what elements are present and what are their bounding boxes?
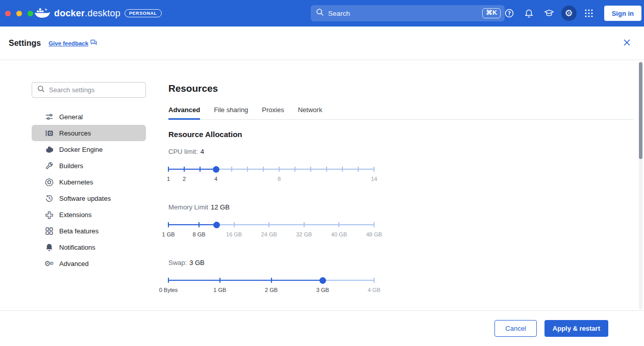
close-window-button[interactable] [5, 11, 11, 16]
give-feedback-link[interactable]: Give feedback [48, 40, 88, 46]
cpu-limit-slider-thumb[interactable] [213, 166, 219, 173]
memory-limit-label: Memory Limit [168, 203, 208, 211]
slider-tick [184, 167, 185, 172]
close-icon [623, 40, 631, 48]
personal-plan-badge: PERSONAL [125, 9, 162, 17]
slider-tick [304, 222, 305, 227]
sidebar-item-extensions[interactable]: Extensions [32, 206, 146, 223]
swap-value: 3 GB [189, 259, 205, 267]
tab-proxies[interactable]: Proxies [262, 106, 284, 119]
slider-tick [219, 278, 220, 283]
resources-icon [44, 128, 54, 138]
slider-tick-label: 40 GB [331, 231, 347, 237]
slider-tick-label: 48 GB [366, 231, 382, 237]
settings-gear-icon[interactable]: ⚙ [561, 6, 577, 21]
cancel-button[interactable]: Cancel [494, 320, 536, 337]
sidebar-item-docker-engine[interactable]: Docker Engine [32, 141, 146, 157]
sidebar-item-label: Advanced [59, 260, 89, 268]
sidebar-item-general[interactable]: General [32, 109, 146, 125]
close-settings-button[interactable] [623, 39, 631, 48]
slider-tick [263, 167, 264, 172]
memory-limit-value: 12 GB [211, 203, 230, 211]
slider-tick [338, 222, 339, 227]
slider-tick-label: 1 [167, 176, 170, 182]
slider-tick [168, 222, 169, 227]
slider-tick-label: 4 [214, 176, 217, 182]
app-wordmark: docker.desktop [54, 8, 120, 19]
sidebar-item-label: Builders [59, 162, 83, 170]
memory-limit-slider-thumb[interactable] [213, 222, 220, 228]
slider-tick-label: 24 GB [261, 231, 277, 237]
cpu-limit-value: 4 [201, 148, 204, 155]
resources-tabs: AdvancedFile sharingProxiesNetwork [168, 106, 634, 120]
sidebar-item-advanced[interactable]: ⚙⚙Advanced [32, 255, 146, 272]
cpu-limit-label: CPU limit: [168, 148, 198, 155]
settings-footer: Cancel Apply & restart [0, 311, 644, 346]
scrollbar-thumb[interactable] [639, 62, 642, 159]
slider-tick-label: 2 GB [265, 287, 278, 293]
settings-search-input[interactable] [49, 86, 141, 94]
notifications-bell-icon[interactable] [522, 6, 537, 21]
slider-tick-label: 32 GB [296, 231, 312, 237]
settings-sidebar: GeneralResourcesDocker EngineBuildersKub… [32, 82, 146, 272]
docker-desktop-window: docker.desktop PERSONAL ⌘K ?⚙Sign in Set… [0, 0, 644, 346]
sidebar-item-label: Kubernetes [59, 178, 93, 186]
beta-grid-icon [44, 226, 54, 235]
sidebar-item-resources[interactable]: Resources [32, 125, 146, 141]
slider-tick-label: 1 GB [162, 231, 175, 237]
slider-tick-label: 4 GB [367, 287, 380, 293]
slider-tick [310, 167, 311, 172]
page-title: Settings [9, 39, 41, 48]
global-search-input[interactable] [328, 10, 482, 17]
apply-restart-button[interactable]: Apply & restart [544, 320, 608, 337]
gears-icon: ⚙⚙ [44, 259, 54, 268]
sidebar-item-builders[interactable]: Builders [32, 157, 146, 174]
swap-slider[interactable]: 0 Bytes1 GB2 GB3 GB4 GB [168, 273, 374, 297]
settings-nav: GeneralResourcesDocker EngineBuildersKub… [32, 109, 146, 272]
slider-tick [279, 167, 280, 172]
zoom-window-button[interactable] [28, 11, 33, 16]
settings-search-box[interactable] [32, 82, 146, 98]
sidebar-item-label: Resources [59, 129, 91, 137]
search-icon [37, 85, 45, 95]
slider-tick [168, 167, 169, 172]
search-icon [316, 8, 324, 18]
slider-tick-label: 1 GB [213, 287, 226, 293]
slider-tick [342, 167, 343, 172]
slider-tick-label: 2 [183, 176, 186, 182]
tab-advanced[interactable]: Advanced [168, 106, 200, 120]
kubernetes-icon [44, 177, 54, 187]
sidebar-item-label: Software updates [59, 195, 111, 202]
swap-setting: Swap:3 GB0 Bytes1 GB2 GB3 GB4 GB [168, 259, 634, 297]
sign-in-button[interactable]: Sign in [604, 6, 641, 21]
learning-center-icon[interactable] [541, 6, 557, 21]
sidebar-item-kubernetes[interactable]: Kubernetes [32, 174, 146, 190]
tab-file-sharing[interactable]: File sharing [214, 106, 248, 119]
memory-limit-slider[interactable]: 1 GB8 GB16 GB24 GB32 GB40 GB48 GB [168, 218, 374, 241]
wrench-icon [44, 161, 54, 170]
sidebar-item-notifications[interactable]: Notifications [32, 239, 146, 255]
global-search[interactable]: ⌘K [311, 5, 505, 21]
settings-content: GeneralResourcesDocker EngineBuildersKub… [0, 60, 644, 311]
slider-tick [234, 222, 235, 227]
resource-allocation-heading: Resource Allocation [168, 130, 634, 139]
slider-tick [271, 278, 272, 283]
minimize-window-button[interactable] [16, 11, 22, 16]
slider-tick [294, 167, 295, 172]
sidebar-item-software-updates[interactable]: Software updates [32, 190, 146, 206]
sidebar-item-beta-features[interactable]: Beta features [32, 223, 146, 239]
slider-tick-label: 0 Bytes [159, 287, 178, 293]
sidebar-item-label: Beta features [59, 227, 98, 235]
window-controls [5, 11, 33, 16]
swap-slider-thumb[interactable] [319, 277, 326, 284]
slider-tick [247, 167, 248, 172]
bell-filled-icon [44, 243, 54, 252]
titlebar: docker.desktop PERSONAL ⌘K ?⚙Sign in [0, 0, 644, 26]
slider-tick [199, 222, 200, 227]
tab-network[interactable]: Network [298, 106, 323, 119]
slider-tick-label: 14 [371, 176, 377, 182]
apps-grid-icon[interactable] [581, 6, 597, 21]
svg-text:?: ? [508, 10, 511, 16]
help-icon[interactable]: ? [502, 6, 517, 21]
cpu-limit-slider[interactable]: 124814 [168, 162, 374, 185]
